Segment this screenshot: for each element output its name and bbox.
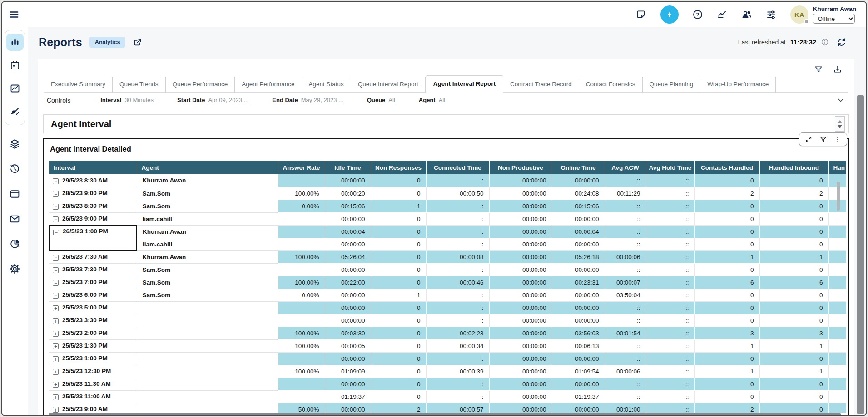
interval-cell[interactable]: −25/5/23 7:30 PM (49, 263, 137, 276)
interval-cell[interactable]: −25/5/23 6:00 PM (49, 289, 137, 301)
column-header-online-time[interactable]: Online Time (552, 161, 605, 174)
tab-queue-performance[interactable]: Queue Performance (166, 77, 235, 92)
interval-cell[interactable]: −26/5/23 7:30 AM (49, 250, 137, 263)
collapse-row-icon[interactable]: − (53, 216, 59, 222)
tab-contact-forensics[interactable]: Contact Forensics (579, 77, 643, 92)
tab-agent-interval-report[interactable]: Agent Interval Report (426, 75, 503, 93)
info-icon[interactable] (821, 38, 829, 46)
table-vertical-scrollbar[interactable] (837, 182, 840, 211)
spinner-up-icon[interactable] (838, 120, 842, 123)
collapse-row-icon[interactable]: − (53, 267, 59, 273)
filter-icon[interactable] (813, 64, 823, 74)
tab-wrap-up-performance[interactable]: Wrap-Up Performance (700, 77, 776, 92)
control-end-date[interactable]: End DateMay 29, 2023 ... (272, 97, 343, 103)
tab-queue-interval-report[interactable]: Queue Interval Report (351, 77, 426, 92)
interval-cell[interactable]: −25/5/23 7:00 PM (49, 276, 137, 289)
control-interval[interactable]: Interval30 Minutes (100, 97, 154, 103)
collapse-row-icon[interactable]: − (53, 191, 59, 197)
interval-cell[interactable]: +25/5/23 9:00 AM (49, 403, 137, 413)
column-header-handled-inbound[interactable]: Handled Inbound (759, 161, 828, 174)
expand-row-icon[interactable]: + (53, 318, 59, 324)
controls-label[interactable]: Controls (47, 97, 70, 104)
column-header-non-productive[interactable]: Non Productive (489, 161, 552, 174)
interval-cell[interactable]: −28/5/23 8:30 PM (49, 200, 137, 212)
column-header-interval[interactable]: Interval (49, 161, 137, 174)
widget-filter-icon[interactable] (819, 135, 827, 143)
column-header-idle-time[interactable]: Idle Time (325, 161, 371, 174)
sidebar-item-pie[interactable] (8, 237, 22, 250)
expand-row-icon[interactable]: + (53, 356, 59, 362)
help-icon[interactable]: ? (692, 9, 703, 20)
column-header-answer-rate[interactable]: Answer Rate (278, 161, 325, 174)
expand-row-icon[interactable]: + (53, 331, 59, 337)
note-icon[interactable] (636, 9, 647, 20)
column-header-avg-acw[interactable]: Avg ACW (605, 161, 646, 174)
chevron-down-icon[interactable] (836, 96, 845, 105)
interval-cell[interactable]: +25/5/23 1:00 PM (49, 352, 137, 365)
expand-row-icon[interactable]: + (53, 305, 59, 311)
column-header-connected-time[interactable]: Connected Time (426, 161, 489, 174)
sidebar-item-reports[interactable] (6, 34, 24, 51)
kebab-menu-icon[interactable] (833, 135, 842, 143)
line-chart-icon[interactable] (717, 9, 728, 20)
collapse-row-icon[interactable]: − (53, 280, 59, 286)
interval-cell[interactable]: −26/5/23 9:00 PM (49, 212, 137, 225)
sidebar-item-layers[interactable] (8, 137, 22, 151)
expand-row-icon[interactable]: + (53, 369, 59, 375)
analytics-badge[interactable]: Analytics (89, 37, 126, 48)
avatar[interactable]: KA (790, 5, 808, 24)
collapse-row-icon[interactable]: − (53, 230, 59, 235)
status-select[interactable]: Offline (813, 14, 855, 24)
tab-contract-trace-record[interactable]: Contract Trace Record (503, 77, 579, 92)
tab-queue-trends[interactable]: Queue Trends (113, 77, 166, 92)
sidebar-item-window[interactable] (8, 187, 22, 201)
page-scrollbar[interactable] (857, 95, 864, 414)
collapse-row-icon[interactable]: − (53, 293, 59, 299)
hamburger-menu-icon[interactable] (9, 10, 19, 20)
tab-queue-planning[interactable]: Queue Planning (643, 77, 701, 92)
expand-icon[interactable] (804, 135, 813, 143)
interval-cell[interactable]: −28/5/23 9:00 PM (49, 187, 137, 200)
collapse-row-icon[interactable]: − (53, 255, 59, 261)
tab-executive-summary[interactable]: Executive Summary (44, 77, 113, 92)
refresh-icon[interactable] (836, 37, 847, 48)
external-link-icon[interactable] (133, 37, 143, 47)
expand-row-icon[interactable]: + (53, 343, 59, 349)
interval-cell[interactable]: −29/5/23 8:30 AM (49, 174, 137, 187)
expand-row-icon[interactable]: + (53, 407, 59, 413)
control-start-date[interactable]: Start DateApr 09, 2023 ... (177, 97, 248, 103)
column-header-avg-hold-time[interactable]: Avg Hold Time (646, 161, 694, 174)
sidebar-item-schedule[interactable] (6, 57, 24, 74)
sliders-icon[interactable] (766, 9, 777, 20)
tab-agent-status[interactable]: Agent Status (302, 77, 351, 92)
users-icon[interactable] (741, 9, 752, 20)
sidebar-item-mail[interactable] (8, 212, 22, 226)
interval-cell[interactable]: +25/5/23 1:30 PM (49, 339, 137, 352)
column-header-contacts-handled[interactable]: Contacts Handled (694, 161, 759, 174)
control-agent[interactable]: AgentAll (419, 97, 445, 103)
tab-agent-performance[interactable]: Agent Performance (235, 77, 302, 92)
sidebar-item-analytics[interactable] (6, 80, 24, 97)
bolt-icon[interactable] (660, 5, 679, 24)
expand-row-icon[interactable]: + (53, 382, 59, 388)
sidebar-item-settings[interactable] (8, 262, 22, 275)
table-horizontal-scrollbar[interactable] (49, 413, 841, 416)
interval-cell[interactable]: +25/5/23 2:00 PM (49, 327, 137, 339)
expand-row-icon[interactable]: + (53, 394, 59, 400)
interval-cell[interactable]: +25/5/23 12:30 PM (49, 365, 137, 378)
column-header-han[interactable]: Han (828, 161, 846, 174)
sidebar-item-history[interactable] (8, 162, 22, 176)
interval-cell[interactable]: +25/5/23 11:30 AM (49, 378, 137, 390)
interval-cell[interactable]: −26/5/23 1:00 PM (49, 225, 137, 250)
interval-cell[interactable]: +25/5/23 3:30 PM (49, 314, 137, 327)
interval-cell[interactable]: +25/5/23 11:00 AM (49, 390, 137, 403)
spinner-down-icon[interactable] (838, 125, 842, 128)
collapse-row-icon[interactable]: − (53, 204, 59, 210)
collapse-row-icon[interactable]: − (53, 178, 59, 184)
sidebar-item-design[interactable] (6, 103, 24, 120)
interval-cell[interactable]: +25/5/23 5:00 PM (49, 301, 137, 314)
column-header-non-responses[interactable]: Non Responses (371, 161, 426, 174)
control-queue[interactable]: QueueAll (367, 97, 395, 103)
download-icon[interactable] (833, 64, 843, 74)
column-header-agent[interactable]: Agent (137, 161, 278, 174)
